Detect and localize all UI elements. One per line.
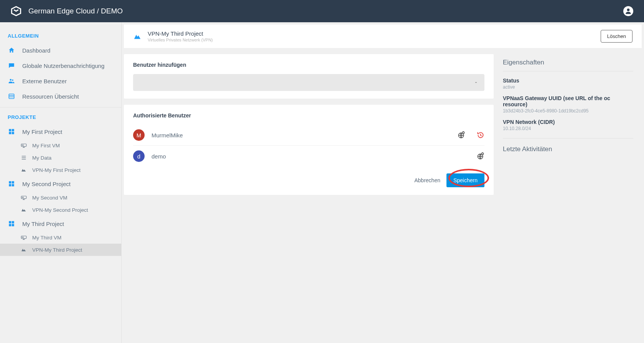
add-user-title: Benutzer hinzufügen	[133, 62, 484, 68]
sidebar-subitem-vpn[interactable]: VPN-My Third Project	[0, 244, 121, 256]
property-value: active	[503, 84, 633, 90]
chat-icon	[8, 62, 15, 69]
activities-header: Letzte Aktivitäten	[503, 145, 633, 153]
vpn-access-icon[interactable]	[458, 131, 465, 139]
sidebar-item-external-users[interactable]: Externe Benutzer	[0, 73, 121, 89]
sidebar-project[interactable]: My First Project	[0, 124, 121, 139]
sidebar-subitem-label: My Second VM	[32, 195, 68, 201]
svg-point-2	[10, 79, 12, 81]
vpn-access-icon[interactable]	[477, 152, 484, 160]
svg-rect-24	[9, 221, 11, 223]
authorized-users-title: Authorisierte Benutzer	[133, 112, 484, 119]
svg-rect-17	[9, 181, 11, 183]
property-label: VPN Network (CIDR)	[503, 119, 633, 125]
svg-rect-27	[12, 224, 14, 226]
authorized-users-card: Authorisierte Benutzer MMurmelMikeddemo …	[124, 105, 494, 195]
property-label: VPNaaS Gateway UUID (see URL of the oc r…	[503, 95, 633, 107]
svg-point-13	[23, 145, 23, 145]
sidebar-item-dashboard[interactable]: Dashboard	[0, 43, 121, 58]
svg-rect-4	[9, 94, 14, 99]
grid-icon	[8, 220, 15, 228]
app-title: German Edge Cloud / DEMO	[28, 7, 123, 15]
properties-header: Eigenschaften	[503, 54, 633, 71]
svg-point-3	[12, 79, 13, 81]
sidebar-subitem-label: VPN-My Second Project	[32, 207, 88, 213]
save-button[interactable]: Speichern	[446, 173, 484, 187]
properties-panel: Eigenschaften StatusactiveVPNaaS Gateway…	[503, 54, 641, 153]
people-icon	[8, 77, 15, 85]
sidebar-subitem-vpn[interactable]: VPN-My Second Project	[0, 204, 121, 216]
sidebar-subitem-vpn[interactable]: VPN-My First Project	[0, 164, 121, 176]
sidebar-subitem-label: VPN-My First Project	[32, 167, 81, 173]
sidebar-subitem-label: VPN-My Third Project	[32, 247, 82, 253]
vm-icon	[21, 142, 27, 148]
svg-rect-26	[9, 224, 11, 226]
user-actions	[477, 152, 484, 160]
user-row: MMurmelMike	[133, 125, 484, 146]
sidebar-section-general: ALLGEMEIN	[0, 29, 121, 43]
svg-point-30	[23, 237, 23, 237]
property-value: 1b3d24b3-2fc0-4ce5-8980-1dd19bc2cd95	[503, 108, 633, 114]
sidebar-subitem-vm[interactable]: My Second VM	[0, 191, 121, 204]
svg-rect-19	[9, 184, 11, 186]
sidebar-item-label: Globale Nutzerbenachrichtigung	[22, 63, 104, 69]
property-item: VPNaaS Gateway UUID (see URL of the oc r…	[503, 95, 633, 114]
restore-icon[interactable]	[477, 131, 484, 139]
properties-divider	[503, 138, 633, 139]
brand-logo-icon	[11, 6, 21, 16]
sidebar-item-notifications[interactable]: Globale Nutzerbenachrichtigung	[0, 58, 121, 73]
property-item: VPN Network (CIDR)10.10.28.0/24	[503, 119, 633, 131]
sidebar-section-projects: PROJEKTE	[0, 110, 121, 124]
sidebar-project[interactable]: My Third Project	[0, 216, 121, 231]
sidebar-subitem-label: My Data	[32, 155, 51, 161]
sidebar-item-resources[interactable]: Ressourcen Übersicht	[0, 89, 121, 104]
caret-down-icon	[474, 80, 478, 85]
sidebar-project[interactable]: My Second Project	[0, 176, 121, 191]
topbar-left: German Edge Cloud / DEMO	[11, 6, 123, 16]
sidebar-project-label: My Third Project	[22, 221, 64, 227]
topbar: German Edge Cloud / DEMO	[0, 0, 644, 22]
cancel-button[interactable]: Abbrechen	[414, 177, 440, 183]
sidebar-divider	[0, 107, 121, 107]
sidebar-subitem-vm[interactable]: My Third VM	[0, 231, 121, 244]
page-title: VPN-My Third Project	[148, 30, 213, 37]
user-account-icon[interactable]	[623, 6, 633, 16]
vpn-icon	[21, 167, 27, 173]
sidebar-project-label: My First Project	[22, 129, 62, 135]
svg-rect-9	[9, 132, 11, 134]
user-name: demo	[152, 153, 477, 160]
svg-point-29	[22, 237, 22, 237]
svg-rect-32	[463, 132, 464, 134]
sidebar-subitem-vm[interactable]: My First VM	[0, 139, 121, 152]
svg-point-22	[22, 197, 22, 198]
vpn-icon	[133, 32, 142, 41]
svg-rect-25	[12, 221, 14, 223]
sidebar-project-label: My Second Project	[22, 181, 71, 187]
svg-point-1	[627, 8, 630, 11]
grid-icon	[8, 128, 15, 135]
add-user-dropdown[interactable]	[133, 74, 484, 91]
vpn-icon	[21, 247, 27, 253]
delete-button[interactable]: Löschen	[601, 30, 632, 43]
sidebar-item-label: Ressourcen Übersicht	[22, 93, 79, 100]
sidebar-subitem-label: My First VM	[32, 143, 60, 148]
sidebar-subitem-data[interactable]: My Data	[0, 152, 121, 164]
grid-icon	[8, 180, 15, 188]
svg-rect-7	[9, 129, 11, 131]
svg-rect-10	[12, 132, 14, 134]
user-avatar: M	[133, 129, 145, 141]
svg-rect-20	[12, 184, 14, 186]
svg-rect-18	[12, 181, 14, 183]
property-item: Statusactive	[503, 78, 633, 90]
page-header: VPN-My Third Project Virtuelles Privates…	[124, 25, 642, 48]
user-name: MurmelMike	[152, 132, 458, 139]
user-avatar: d	[133, 150, 145, 162]
sidebar-item-label: Dashboard	[22, 47, 50, 54]
sidebar-item-label: Externe Benutzer	[22, 78, 67, 84]
svg-point-12	[22, 145, 22, 145]
data-icon	[21, 155, 27, 161]
property-value: 10.10.28.0/24	[503, 126, 633, 131]
list-icon	[8, 92, 15, 100]
vm-icon	[21, 195, 27, 201]
sidebar: ALLGEMEIN Dashboard Globale Nutzerbenach…	[0, 22, 122, 343]
